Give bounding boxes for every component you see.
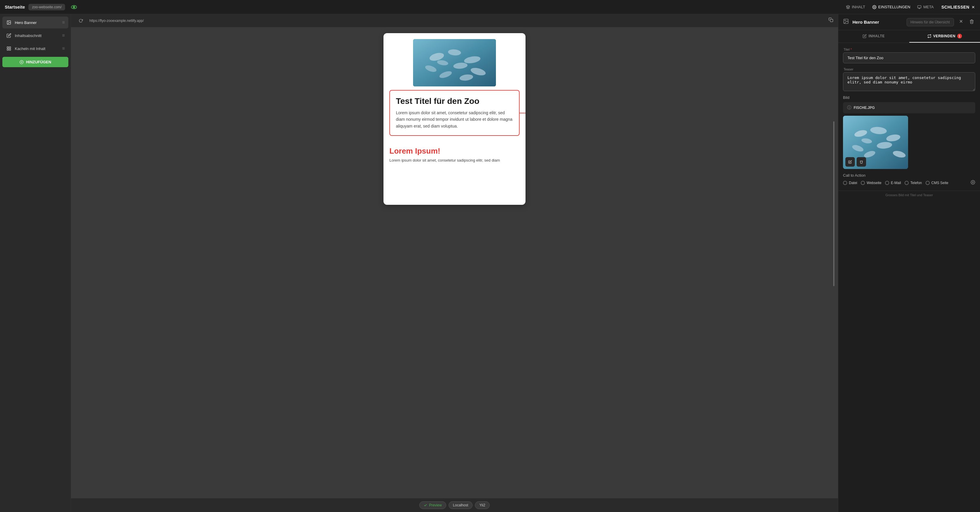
hero-text: Lorem ipsum dolor sit amet, consetetur s…: [396, 110, 513, 129]
menu-icon[interactable]: ≡: [62, 46, 65, 51]
nav-meta[interactable]: META: [914, 3, 937, 11]
panel-close-button[interactable]: [958, 18, 965, 26]
cta-radio-email[interactable]: [885, 181, 889, 185]
nav-einstellungen[interactable]: EINSTELLUNGEN: [869, 3, 913, 11]
preview-toggle[interactable]: [70, 3, 78, 11]
titel-label: Titel *: [843, 48, 975, 51]
grid-icon: [6, 46, 12, 51]
cta-option-webseite[interactable]: Webseite: [861, 181, 881, 185]
right-panel: Hero Banner INHALTE VERBINDEN 1: [838, 14, 980, 512]
panel-delete-button[interactable]: [968, 18, 975, 26]
svg-point-43: [972, 182, 974, 183]
cta-radio-webseite[interactable]: [861, 181, 865, 185]
topbar: Startseite zoo-webseite.com/ INHALT EINS…: [0, 0, 980, 14]
bild-actions: [845, 157, 866, 167]
hero-image: [413, 39, 496, 86]
bild-section: Bild ⓘ FISCHE.JPG: [843, 95, 975, 169]
panel-tabs: INHALTE VERBINDEN 1: [838, 30, 980, 43]
bild-file-row: ⓘ FISCHE.JPG: [843, 102, 975, 113]
section2: Lorem Ipsum! Lorem ipsum dolor sit amet,…: [383, 142, 525, 167]
tab-badge: 1: [957, 34, 962, 38]
topbar-left: Startseite zoo-webseite.com/: [5, 4, 65, 10]
titel-field-group: Titel *: [843, 48, 975, 63]
preview-tag-yii2[interactable]: Yii2: [475, 501, 490, 509]
cta-section: Call to Action Datei Webseite E-Mail: [843, 173, 975, 186]
preview-bottombar: Preview Localhost Yii2: [71, 498, 838, 512]
svg-rect-3: [918, 5, 921, 8]
svg-rect-18: [413, 39, 496, 86]
nav-inhalt[interactable]: INHALT: [843, 3, 868, 11]
panel-title-icon: [843, 18, 849, 26]
bild-edit-button[interactable]: [845, 157, 855, 167]
refresh-button[interactable]: [76, 17, 86, 25]
titel-input[interactable]: [843, 52, 975, 63]
topbar-url: zoo-webseite.com/: [29, 4, 65, 10]
teaser-field-group: Teaser Lorem ipsum dolor sit amet, conse…: [843, 67, 975, 91]
add-button[interactable]: HINZUFÜGEN: [2, 57, 68, 67]
panel-header: Hero Banner: [838, 14, 980, 30]
bild-filename: FISCHE.JPG: [854, 106, 875, 110]
schliessen-button[interactable]: SCHLIESSEN: [942, 5, 975, 10]
bild-label: Bild: [843, 95, 975, 100]
main-layout: Hero Banner ≡ Inhaltsabschnitt ≡ Kacheln…: [0, 14, 980, 512]
copy-url-button[interactable]: [829, 17, 833, 24]
bild-thumbnail: [843, 116, 908, 169]
panel-title: Hero Banner: [853, 19, 903, 25]
panel-search-input[interactable]: [907, 18, 954, 26]
sidebar-item-hero-banner[interactable]: Hero Banner ≡: [2, 17, 68, 29]
bild-delete-button[interactable]: [857, 157, 866, 167]
preview-frame: Test Titel für den Zoo Lorem ipsum dolor…: [383, 33, 525, 205]
sidebar-item-label: Kacheln mit Inhalt: [15, 46, 45, 51]
info-icon: ⓘ: [847, 105, 851, 110]
pencil-icon: [6, 33, 12, 38]
svg-rect-12: [7, 49, 9, 50]
panel-body: Titel * Teaser Lorem ipsum dolor sit ame…: [838, 43, 980, 191]
menu-icon[interactable]: ≡: [62, 20, 65, 25]
page-title: Startseite: [5, 5, 25, 10]
teaser-label: Teaser: [843, 67, 975, 71]
svg-point-1: [73, 6, 75, 8]
preview-content: Test Titel für den Zoo Lorem ipsum dolor…: [71, 27, 838, 498]
svg-rect-13: [9, 49, 11, 50]
scrollbar-thumb[interactable]: [833, 121, 834, 286]
sidebar-item-label: Inhaltsabschnitt: [15, 33, 41, 38]
panel-footer: Grosses Bild mit Titel und Teaser: [838, 191, 980, 199]
svg-rect-17: [830, 19, 833, 22]
svg-rect-11: [9, 47, 11, 48]
section2-title: Lorem Ipsum!: [390, 146, 520, 156]
preview-url: https://flyo-zooexample.netlify.app/: [89, 19, 825, 23]
cta-options: Datei Webseite E-Mail Telefon: [843, 180, 975, 186]
cta-radio-telefon[interactable]: [905, 181, 909, 185]
svg-point-2: [874, 6, 875, 8]
hero-selected-section: Test Titel für den Zoo Lorem ipsum dolor…: [390, 90, 520, 136]
sidebar: Hero Banner ≡ Inhaltsabschnitt ≡ Kacheln…: [0, 14, 71, 512]
cta-option-telefon[interactable]: Telefon: [905, 181, 922, 185]
svg-point-31: [845, 20, 846, 21]
cta-radio-cms-seite[interactable]: [926, 181, 930, 185]
svg-point-9: [8, 22, 9, 22]
cta-settings-button[interactable]: [970, 180, 975, 186]
selection-arrow: [520, 110, 525, 116]
teaser-textarea[interactable]: Lorem ipsum dolor sit amet, consetetur s…: [843, 72, 975, 91]
sidebar-item-inhaltsabschnitt[interactable]: Inhaltsabschnitt ≡: [2, 30, 68, 41]
preview-area: https://flyo-zooexample.netlify.app/: [71, 14, 838, 512]
preview-toolbar: https://flyo-zooexample.netlify.app/: [71, 14, 838, 27]
cta-radio-datei[interactable]: [843, 181, 847, 185]
panel-footer-label: Grosses Bild mit Titel und Teaser: [843, 193, 975, 197]
tab-inhalte[interactable]: INHALTE: [838, 30, 909, 43]
topbar-nav: INHALT EINSTELLUNGEN META: [843, 3, 937, 11]
cta-option-cms-seite[interactable]: CMS Seite: [926, 181, 948, 185]
cta-option-email[interactable]: E-Mail: [885, 181, 901, 185]
hero-image-container: [383, 33, 525, 86]
preview-tag-localhost[interactable]: Localhost: [449, 501, 473, 509]
cta-label: Call to Action: [843, 173, 975, 178]
hero-title: Test Titel für den Zoo: [396, 97, 513, 106]
cta-option-datei[interactable]: Datei: [843, 181, 857, 185]
sidebar-item-label: Hero Banner: [15, 21, 37, 25]
tab-verbinden[interactable]: VERBINDEN 1: [909, 30, 980, 43]
menu-icon[interactable]: ≡: [62, 33, 65, 38]
sidebar-item-kacheln[interactable]: Kacheln mit Inhalt ≡: [2, 43, 68, 54]
required-marker: *: [850, 48, 851, 51]
section2-text: Lorem ipsum dolor sit amet, consetetur s…: [390, 158, 520, 162]
preview-tag-preview[interactable]: Preview: [419, 501, 446, 509]
